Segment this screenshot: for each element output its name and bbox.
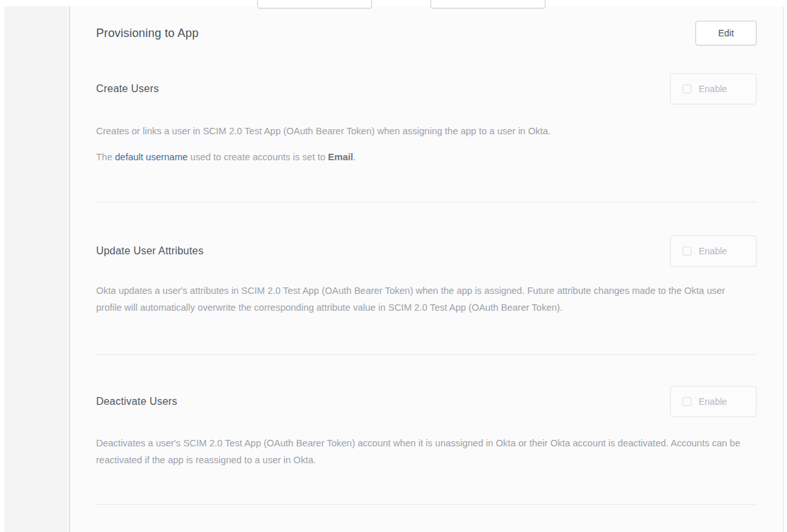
enable-checkbox[interactable] xyxy=(682,84,692,93)
deactivate-users-description: Deactivates a user's SCIM 2.0 Test App (… xyxy=(96,435,745,468)
note-bold-value: Email xyxy=(328,152,353,162)
enable-update-attributes-button[interactable]: Enable xyxy=(670,236,756,267)
enable-checkbox[interactable] xyxy=(682,397,692,406)
note-text: . xyxy=(353,152,356,162)
edit-button[interactable]: Edit xyxy=(695,21,756,45)
create-users-title: Create Users xyxy=(96,83,159,95)
section-deactivate-users: Deactivate Users Enable Deactivates a us… xyxy=(96,386,756,505)
update-attributes-title: Update User Attributes xyxy=(96,245,203,257)
enable-label: Enable xyxy=(699,246,727,256)
truncated-field-right[interactable] xyxy=(431,0,545,8)
page-title: Provisioning to App xyxy=(96,27,199,40)
provisioning-panel: Provisioning to App Edit Create Users En… xyxy=(70,6,784,532)
enable-create-users-button[interactable]: Enable xyxy=(670,73,756,104)
sidebar-rail xyxy=(5,6,70,532)
note-text: used to create accounts is set to xyxy=(188,152,328,162)
truncated-field-left[interactable] xyxy=(257,0,372,8)
enable-checkbox[interactable] xyxy=(682,247,692,256)
update-attributes-description: Okta updates a user's attributes in SCIM… xyxy=(96,282,745,316)
enable-label: Enable xyxy=(699,84,727,94)
default-username-link[interactable]: default username xyxy=(115,152,188,162)
enable-label: Enable xyxy=(699,396,727,407)
create-users-description: Creates or links a user in SCIM 2.0 Test… xyxy=(96,123,745,139)
deactivate-users-title: Deactivate Users xyxy=(96,396,177,407)
page-header: Provisioning to App Edit xyxy=(96,21,756,45)
section-update-user-attributes: Update User Attributes Enable Okta updat… xyxy=(96,236,756,355)
section-create-users: Create Users Enable Creates or links a u… xyxy=(96,73,756,202)
note-text: The xyxy=(96,152,115,162)
enable-deactivate-users-button[interactable]: Enable xyxy=(670,386,756,417)
default-username-note: The default username used to create acco… xyxy=(96,149,745,165)
